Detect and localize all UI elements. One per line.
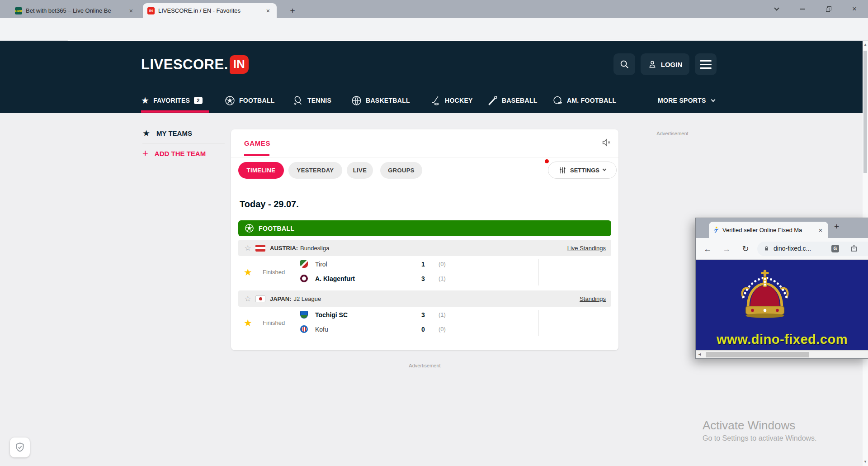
window-minimize-button[interactable]: [793, 0, 812, 18]
nav-label: BASEBALL: [502, 97, 538, 104]
team-score: 0: [419, 326, 428, 333]
nav-football[interactable]: FOOTBALL: [225, 90, 275, 110]
date-heading: Today - 29.07.: [240, 199, 299, 209]
nav-label: TENNIS: [307, 97, 331, 104]
runner-favicon: [712, 226, 720, 233]
popup-scrollbar-thumb[interactable]: [706, 352, 809, 357]
team-score: 3: [419, 275, 428, 282]
football-section-header[interactable]: FOOTBALL: [238, 220, 611, 236]
crown-image: [731, 262, 799, 330]
popup-tab[interactable]: Verified seller Online Fixed Ma ×: [709, 222, 828, 238]
popup-window[interactable]: Verified seller Online Fixed Ma × + ← → …: [695, 218, 868, 359]
popup-forward-icon[interactable]: →: [720, 243, 733, 255]
popup-address-bar[interactable]: dino-fixed.c... G: [757, 242, 868, 256]
tab-title: LIVESCORE.in / EN - Favorites: [158, 7, 260, 14]
match-row-tirol-klagenfurt[interactable]: ★ Finished Tirol 1 (0) A. Klagenfurt 3 (…: [238, 256, 611, 289]
team-line-home: Tochigi SC 3 (1): [238, 309, 537, 321]
tab-search-chevron-icon[interactable]: [767, 0, 787, 18]
team-logo-tochigi: [300, 311, 308, 319]
scroll-down-arrow-icon[interactable]: ▼: [863, 460, 868, 464]
popup-tab-close-icon[interactable]: ×: [816, 226, 825, 234]
browser-titlebar: bet365 Bet with bet365 – Live Online Be …: [0, 0, 868, 18]
nav-hockey[interactable]: HOCKEY: [430, 90, 473, 110]
popup-back-icon[interactable]: ←: [701, 243, 714, 255]
nav-am-football[interactable]: AM. FOOTBALL: [552, 90, 616, 110]
tab-title: Bet with bet365 – Live Online Be: [26, 7, 123, 14]
adguard-assistant-button[interactable]: [10, 437, 30, 457]
team-line-away: A. Klagenfurt 3 (1): [238, 272, 537, 285]
austria-flag-icon: [255, 245, 265, 252]
team-name[interactable]: Tirol: [315, 261, 327, 268]
league-favorite-star-icon[interactable]: ☆: [243, 294, 253, 304]
popup-url-text[interactable]: dino-fixed.c...: [774, 245, 811, 252]
activate-windows-subtitle: Go to Settings to activate Windows.: [703, 434, 817, 442]
search-icon: [619, 59, 629, 69]
team-name[interactable]: Tochigi SC: [315, 311, 348, 319]
tab-close-icon[interactable]: ×: [264, 7, 272, 14]
browser-tab-livescore[interactable]: IN LIVESCORE.in / EN - Favorites ×: [143, 3, 277, 18]
lock-icon: [763, 245, 770, 254]
new-tab-button[interactable]: +: [287, 5, 298, 17]
nav-favorites[interactable]: ★ FAVORITES 2: [141, 90, 203, 110]
search-button[interactable]: [613, 53, 635, 75]
league-name[interactable]: Bundesliga: [300, 245, 329, 252]
team-logo-klagenfurt: [300, 275, 308, 282]
standings-link[interactable]: Standings: [580, 295, 606, 302]
logo-badge: IN: [230, 55, 249, 74]
team-name[interactable]: Kofu: [315, 326, 328, 333]
advertisement-label-bottom: Advertisement: [231, 363, 618, 368]
livescore-logo[interactable]: LIVESCORE. IN: [141, 55, 249, 74]
team-name[interactable]: A. Klagenfurt: [315, 275, 355, 282]
league-header-austria: ☆ AUSTRIA: Bundesliga Live Standings: [238, 240, 611, 256]
nav-basketball[interactable]: BASKETBALL: [351, 90, 410, 110]
favorites-active-underline: [141, 110, 209, 113]
popup-tab-title: Verified seller Online Fixed Ma: [722, 227, 814, 233]
filter-timeline[interactable]: TIMELINE: [238, 162, 284, 179]
nav-label: MORE SPORTS: [658, 97, 706, 104]
tab-close-icon[interactable]: ×: [127, 7, 135, 14]
window-close-button[interactable]: ×: [844, 0, 864, 18]
settings-button[interactable]: SETTINGS: [548, 162, 617, 179]
menu-button[interactable]: [695, 53, 717, 75]
popup-horizontal-scrollbar[interactable]: ◄: [696, 350, 868, 358]
favorites-count-badge: 2: [194, 97, 202, 104]
scroll-left-arrow-icon[interactable]: ◄: [698, 352, 702, 357]
sidebar-item-my-teams[interactable]: ★ MY TEAMS: [142, 128, 192, 138]
nav-baseball[interactable]: BASEBALL: [487, 90, 538, 110]
login-button[interactable]: LOGIN: [641, 53, 689, 75]
activate-windows-title: Activate Windows: [703, 418, 795, 433]
match-row-tochigi-kofu[interactable]: ★ Finished Tochigi SC 3 (1) Kofu 0 (0): [238, 307, 611, 339]
filter-live[interactable]: LIVE: [347, 162, 373, 179]
league-name[interactable]: J2 League: [293, 295, 321, 302]
football-icon: [245, 223, 254, 233]
tennis-icon: [293, 95, 303, 106]
filter-groups[interactable]: GROUPS: [380, 162, 422, 179]
shield-check-icon: [14, 442, 26, 453]
chevron-down-icon: [603, 167, 606, 171]
browser-tab-bet365[interactable]: bet365 Bet with bet365 – Live Online Be …: [10, 3, 140, 18]
nav-tennis[interactable]: TENNIS: [293, 90, 331, 110]
league-header-japan: ☆ JAPAN: J2 League Standings: [238, 290, 611, 307]
live-standings-link[interactable]: Live Standings: [567, 245, 606, 252]
settings-label: SETTINGS: [570, 167, 599, 174]
popup-new-tab-button[interactable]: +: [834, 222, 839, 232]
team-logo-kofu: [300, 325, 308, 333]
logo-text: LIVESCORE.: [141, 57, 228, 73]
nav-label: FOOTBALL: [239, 97, 275, 104]
popup-share-icon[interactable]: [850, 244, 858, 254]
tab-games[interactable]: GAMES: [244, 139, 270, 147]
sidebar-item-add-team[interactable]: + ADD THE TEAM: [142, 147, 206, 159]
browser-toolbar: ← → ↻ livescore.in/favorites/ G ☆ a: [0, 18, 868, 41]
league-favorite-star-icon[interactable]: ☆: [243, 243, 253, 253]
popup-banner-text: www.dino-fixed.com: [696, 332, 868, 347]
nav-more-sports[interactable]: MORE SPORTS: [658, 90, 715, 110]
mute-icon[interactable]: [601, 138, 611, 149]
filter-yesterday[interactable]: YESTERDAY: [288, 162, 342, 179]
popup-translate-icon[interactable]: G: [831, 245, 839, 252]
scroll-up-arrow-icon[interactable]: ▲: [863, 43, 868, 47]
popup-reload-icon[interactable]: ↻: [739, 243, 752, 255]
page-scrollbar-thumb[interactable]: [863, 51, 867, 173]
window-restore-button[interactable]: [818, 0, 838, 18]
sports-nav: ★ FAVORITES 2 FOOTBALL TENNIS BASKETBALL…: [0, 90, 868, 113]
games-panel-header: GAMES: [231, 129, 618, 157]
